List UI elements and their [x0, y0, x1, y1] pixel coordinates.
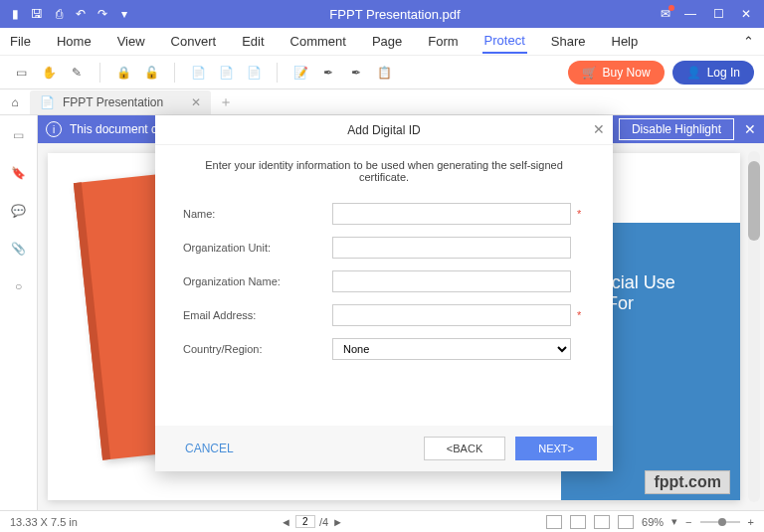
close-tab-icon[interactable]: ✕ — [191, 95, 201, 109]
menu-file[interactable]: File — [8, 30, 33, 53]
menu-view[interactable]: View — [115, 30, 147, 53]
maximize-button[interactable]: ☐ — [704, 0, 732, 28]
dialog-title-bar: Add Digital ID ✕ — [155, 115, 613, 145]
next-button[interactable]: NEXT> — [515, 437, 597, 460]
print-icon[interactable]: ⎙ — [48, 3, 70, 25]
dialog-instruction: Enter your identity information to be us… — [183, 159, 585, 183]
chat-icon[interactable]: ○ — [9, 276, 29, 296]
lock-icon[interactable]: 🔒 — [112, 62, 134, 84]
menu-form[interactable]: Form — [426, 30, 460, 53]
view-facing-icon[interactable] — [594, 515, 610, 529]
menu-comment[interactable]: Comment — [288, 30, 348, 53]
bookmarks-icon[interactable]: 🔖 — [9, 163, 29, 183]
watermark: fppt.com — [645, 470, 730, 494]
menubar: File Home View Convert Edit Comment Page… — [0, 28, 764, 56]
add-signature-icon[interactable]: ✒ — [317, 62, 339, 84]
back-button[interactable]: <BACK — [424, 437, 505, 460]
next-page-icon[interactable]: ► — [332, 516, 343, 528]
close-notice-icon[interactable]: ✕ — [744, 121, 756, 137]
thumbnails-icon[interactable]: ▭ — [9, 125, 29, 145]
zoom-value: 69% — [642, 516, 664, 528]
cert-doc-icon[interactable]: 📄 — [243, 62, 265, 84]
name-input[interactable] — [332, 203, 571, 225]
name-label: Name: — [183, 208, 332, 220]
cancel-button[interactable]: CANCEL — [171, 436, 248, 461]
menu-share[interactable]: Share — [549, 30, 588, 53]
zoom-dropdown-icon[interactable]: ▾ — [671, 515, 677, 528]
mail-icon[interactable]: ✉ — [655, 3, 676, 25]
edit-tool-icon[interactable]: ✎ — [66, 62, 88, 84]
home-icon[interactable]: ⌂ — [0, 95, 30, 109]
email-label: Email Address: — [183, 309, 332, 321]
page-total: /4 — [319, 516, 328, 528]
required-marker: * — [577, 309, 585, 321]
scroll-thumb[interactable] — [748, 161, 760, 241]
country-label: Country/Region: — [183, 343, 332, 355]
status-bar: 13.33 X 7.5 in ◄ /4 ► 69% ▾ − + — [0, 510, 764, 532]
prev-page-icon[interactable]: ◄ — [281, 516, 291, 528]
remove-signature-icon[interactable]: ✒ — [345, 62, 367, 84]
user-icon: 👤 — [686, 66, 701, 80]
required-marker: * — [577, 208, 585, 220]
titlebar: ▮ 🖫 ⎙ ↶ ↷ ▾ FPPT Presentation.pdf ✉ ― ☐ … — [0, 0, 764, 28]
qat-dropdown-icon[interactable]: ▾ — [113, 3, 135, 25]
dialog-close-icon[interactable]: ✕ — [593, 121, 605, 137]
email-input[interactable] — [332, 304, 571, 326]
zoom-in-icon[interactable]: + — [748, 516, 754, 528]
page-dimensions: 13.33 X 7.5 in — [10, 516, 78, 528]
comments-icon[interactable]: 💬 — [9, 201, 29, 221]
menu-help[interactable]: Help — [610, 30, 641, 53]
attachments-icon[interactable]: 📎 — [9, 239, 29, 259]
signature-icon[interactable]: 📝 — [289, 62, 311, 84]
cart-icon: 🛒 — [582, 66, 597, 80]
close-window-button[interactable]: ✕ — [732, 0, 760, 28]
add-tab-icon[interactable]: ＋ — [219, 93, 233, 111]
vertical-scrollbar[interactable] — [748, 151, 760, 502]
save-icon[interactable]: 🖫 — [26, 3, 48, 25]
dialog-title: Add Digital ID — [347, 123, 420, 137]
left-panel: ▭ 🔖 💬 📎 ○ — [0, 115, 38, 510]
doc-tab-icon: 📄 — [40, 95, 55, 109]
zoom-slider[interactable] — [700, 521, 740, 523]
select-tool-icon[interactable]: ▭ — [10, 62, 32, 84]
hand-tool-icon[interactable]: ✋ — [38, 62, 60, 84]
login-button[interactable]: 👤Log In — [672, 61, 754, 85]
app-icon[interactable]: ▮ — [4, 3, 26, 25]
collapse-ribbon-icon[interactable]: ⌃ — [741, 30, 756, 53]
doc-tab-name: FPPT Presentation — [63, 95, 163, 109]
tab-bar: ⌂ 📄 FPPT Presentation ✕ ＋ — [0, 89, 764, 115]
minimize-button[interactable]: ― — [676, 0, 704, 28]
info-icon: i — [46, 121, 62, 137]
org-name-label: Organization Name: — [183, 275, 332, 287]
menu-edit[interactable]: Edit — [240, 30, 266, 53]
manage-signature-icon[interactable]: 📋 — [373, 62, 395, 84]
view-continuous-icon[interactable] — [570, 515, 586, 529]
disable-highlight-button[interactable]: Disable Highlight — [619, 118, 734, 140]
view-facing-continuous-icon[interactable] — [618, 515, 634, 529]
menu-home[interactable]: Home — [55, 30, 94, 53]
unlock-icon[interactable]: 🔓 — [140, 62, 162, 84]
org-unit-input[interactable] — [332, 237, 571, 259]
menu-page[interactable]: Page — [370, 30, 404, 53]
org-name-input[interactable] — [332, 270, 571, 292]
buy-now-button[interactable]: 🛒Buy Now — [568, 61, 665, 85]
org-unit-label: Organization Unit: — [183, 242, 332, 254]
menu-convert[interactable]: Convert — [169, 30, 219, 53]
menu-protect[interactable]: Protect — [482, 29, 527, 54]
zoom-out-icon[interactable]: − — [685, 516, 691, 528]
page-number-input[interactable] — [295, 515, 315, 528]
country-select[interactable]: None — [332, 338, 571, 360]
undo-icon[interactable]: ↶ — [70, 3, 92, 25]
document-tab[interactable]: 📄 FPPT Presentation ✕ — [30, 90, 211, 114]
window-title: FPPT Presentation.pdf — [135, 7, 655, 22]
redo-icon[interactable]: ↷ — [92, 3, 113, 25]
protect-toolbar: ▭ ✋ ✎ 🔒 🔓 📄 📄 📄 📝 ✒ ✒ 📋 🛒Buy Now 👤Log In — [0, 56, 764, 89]
sign-doc-icon[interactable]: 📄 — [187, 62, 209, 84]
verify-doc-icon[interactable]: 📄 — [215, 62, 237, 84]
add-digital-id-dialog: Add Digital ID ✕ Enter your identity inf… — [155, 115, 613, 471]
view-single-icon[interactable] — [546, 515, 562, 529]
